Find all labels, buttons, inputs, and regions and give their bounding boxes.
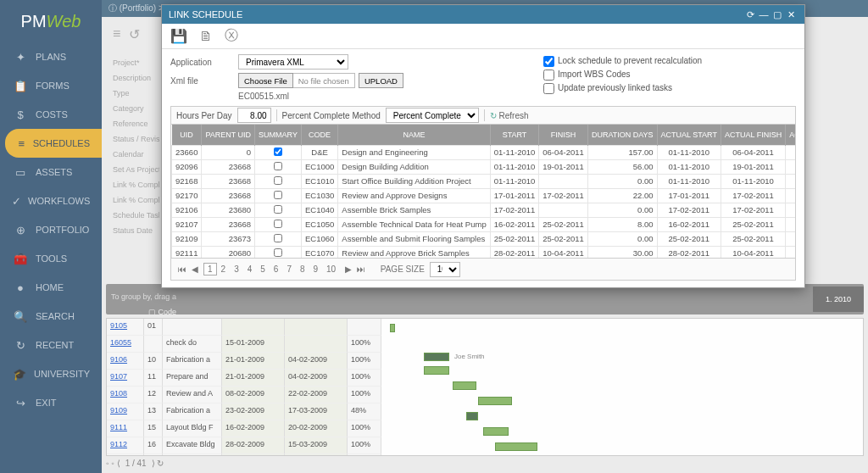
maximize-icon[interactable]: ▢ xyxy=(771,9,784,20)
tasks-grid[interactable]: UIDPARENT UIDSUMMARYCODENAMESTARTFINISHD… xyxy=(170,125,796,259)
table-row[interactable]: 236600D&EDesign and Engineering01-11-201… xyxy=(172,145,797,159)
table-row[interactable]: 9209623668EC1000Design Building Addition… xyxy=(172,159,797,174)
pager-first-icon[interactable]: ⏮ xyxy=(178,264,186,274)
sidebar-item-tools[interactable]: 🧰TOOLS xyxy=(0,244,102,273)
plans-icon: ✦ xyxy=(12,51,29,64)
pager-next-icon[interactable]: ▶ xyxy=(345,264,352,274)
gantt-cell: Excavate Bldg xyxy=(163,437,222,454)
column-header[interactable]: CODE xyxy=(301,125,337,145)
summary-checkbox[interactable] xyxy=(274,205,282,214)
sidebar-item-plans[interactable]: ✦PLANS xyxy=(0,42,102,71)
gantt-row-id[interactable]: 9111 xyxy=(107,420,144,437)
sidebar-item-workflows[interactable]: ✓WORKFLOWS xyxy=(0,186,102,215)
refresh-button[interactable]: Refresh xyxy=(490,111,529,120)
page-number[interactable]: 6 xyxy=(270,263,283,275)
sidebar-item-forms[interactable]: 📋FORMS xyxy=(0,71,102,100)
page-number[interactable]: 10 xyxy=(322,263,340,275)
detail-label: Status / Revis xyxy=(113,131,159,147)
table-row[interactable]: 9210923673EC1060Assemble and Submit Floo… xyxy=(172,231,797,246)
summary-checkbox[interactable] xyxy=(274,220,282,228)
refresh-window-icon[interactable]: ⟳ xyxy=(743,9,757,20)
sidebar-item-home[interactable]: ●HOME xyxy=(0,273,102,302)
lock-schedule-checkbox[interactable]: Lock schedule to prevent recalculation xyxy=(543,56,702,67)
no-file-chosen: No file chosen xyxy=(293,73,355,88)
summary-checkbox[interactable] xyxy=(274,234,282,242)
page-number[interactable]: 3 xyxy=(230,263,243,275)
gantt-cell: 100% xyxy=(348,370,381,387)
page-number[interactable]: 8 xyxy=(296,263,309,275)
column-header[interactable]: UID xyxy=(172,125,202,145)
column-header[interactable]: ACTUAL DURATION DAYS xyxy=(786,125,796,145)
page-number[interactable]: 9 xyxy=(309,263,323,275)
detail-label: Schedule Task xyxy=(113,208,159,223)
detail-label: Calendar xyxy=(113,147,159,162)
table-row[interactable]: 9210723668EC1050Assemble Technical Data … xyxy=(172,217,797,231)
grid-pager[interactable]: ◦ ◦ ⟨ 1 / 41 ⟩ ↻ xyxy=(106,455,164,470)
page-number[interactable]: 1 xyxy=(203,263,217,275)
xml-filename: EC00515.xml xyxy=(238,92,289,101)
gantt-row-id[interactable]: 9105 xyxy=(107,319,144,336)
summary-checkbox[interactable] xyxy=(274,176,282,185)
column-header[interactable]: DURATION DAYS xyxy=(587,125,657,145)
upload-button[interactable]: UPLOAD xyxy=(359,73,403,88)
menu-icon[interactable]: ≡ xyxy=(113,26,120,42)
summary-checkbox[interactable] xyxy=(274,147,282,156)
gantt-row-id[interactable]: 16055 xyxy=(107,336,144,353)
page-number[interactable]: 7 xyxy=(282,263,296,275)
table-row[interactable]: 9210623680EC1040Assemble Brick Samples17… xyxy=(172,203,797,217)
gantt-row-id[interactable]: 9108 xyxy=(107,387,144,403)
new-doc-icon[interactable]: 🗎 xyxy=(199,29,213,44)
sidebar-item-schedules[interactable]: ≡SCHEDULES xyxy=(5,129,102,158)
column-header[interactable]: FINISH xyxy=(539,125,588,145)
gantt-row-id[interactable]: 9112 xyxy=(107,437,144,454)
column-header[interactable]: SUMMARY xyxy=(255,125,302,145)
summary-checkbox[interactable] xyxy=(274,191,282,199)
pager-prev-icon[interactable]: ◀ xyxy=(192,264,198,274)
detail-label: Type xyxy=(113,86,159,101)
detail-label: Link % Compl xyxy=(113,192,159,208)
sidebar-item-costs[interactable]: $COSTS xyxy=(0,100,102,129)
hours-per-day-label: Hours Per Day xyxy=(176,111,232,120)
page-size-select[interactable]: 10 xyxy=(430,262,460,277)
column-header[interactable]: START xyxy=(490,125,539,145)
column-header[interactable]: ACTUAL FINISH xyxy=(721,125,785,145)
hours-per-day-input[interactable] xyxy=(237,108,271,123)
sidebar-item-exit[interactable]: ↪EXIT xyxy=(0,388,102,417)
pcm-select[interactable]: Percent Complete xyxy=(386,108,479,123)
dialog-title: LINK SCHEDULE xyxy=(169,9,242,19)
application-select[interactable]: Primavera XML xyxy=(238,54,348,70)
update-linked-checkbox[interactable]: Update previously linked tasks xyxy=(543,83,702,94)
sidebar-item-search[interactable]: 🔍SEARCH xyxy=(0,302,102,331)
gantt-row-id[interactable]: 9107 xyxy=(107,370,144,387)
undo-icon[interactable]: ↺ xyxy=(129,26,140,42)
pcm-label: Percent Complete Method xyxy=(282,111,381,120)
page-number[interactable]: 2 xyxy=(217,263,231,275)
gantt-row-id[interactable]: 9109 xyxy=(107,403,144,420)
pager-last-icon[interactable]: ⏭ xyxy=(357,264,365,274)
filter-toolbar: To group by, drag a ▢ Code xyxy=(106,284,864,314)
summary-checkbox[interactable] xyxy=(274,248,282,257)
gantt-row-id[interactable]: 9106 xyxy=(107,353,144,370)
minimize-icon[interactable]: — xyxy=(757,9,771,19)
sidebar-item-portfolio[interactable]: ⊕PORTFOLIO xyxy=(0,215,102,244)
gantt-cell: 08-02-2009 xyxy=(222,387,285,403)
gantt-cell xyxy=(285,319,348,336)
table-row[interactable]: 9211120680EC1070Review and Approve Brick… xyxy=(172,246,797,259)
column-header[interactable]: PARENT UID xyxy=(202,125,255,145)
save-icon[interactable]: 💾 xyxy=(170,28,187,44)
column-header[interactable]: NAME xyxy=(338,125,490,145)
sidebar-item-recent[interactable]: ↻RECENT xyxy=(0,331,102,359)
sidebar-item-university[interactable]: 🎓UNIVERSITY xyxy=(0,359,102,388)
dialog-titlebar: LINK SCHEDULE ⟳ — ▢ ✕ xyxy=(162,5,804,24)
close-icon[interactable]: ✕ xyxy=(784,9,798,20)
cancel-circle-icon[interactable]: ⓧ xyxy=(225,27,238,45)
sidebar-item-assets[interactable]: ▭ASSETS xyxy=(0,158,102,186)
choose-file-button[interactable]: Choose File xyxy=(238,73,293,88)
table-row[interactable]: 9216823668EC1010Start Office Building Ad… xyxy=(172,174,797,188)
summary-checkbox[interactable] xyxy=(274,162,282,170)
table-row[interactable]: 9217023668EC1030Review and Approve Desig… xyxy=(172,188,797,203)
page-number[interactable]: 5 xyxy=(256,263,270,275)
column-header[interactable]: ACTUAL START xyxy=(657,125,721,145)
import-wbs-checkbox[interactable]: Import WBS Codes xyxy=(543,70,702,81)
page-number[interactable]: 4 xyxy=(243,263,257,275)
